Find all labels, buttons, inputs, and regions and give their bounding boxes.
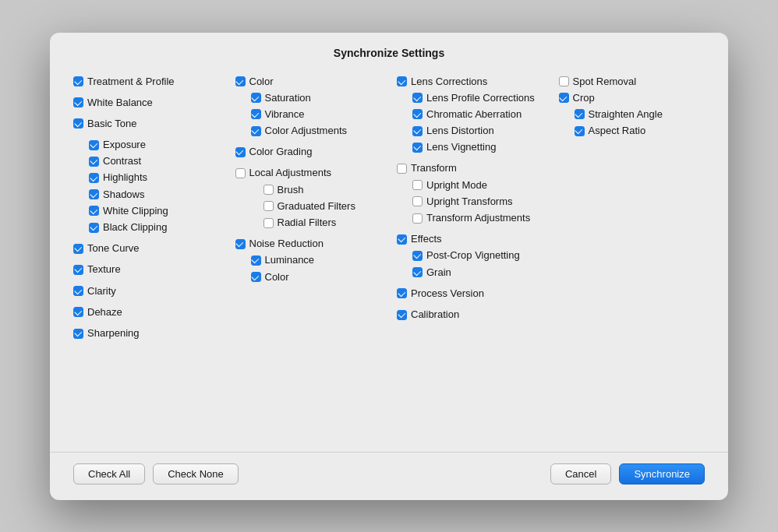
checkbox-texture[interactable] bbox=[73, 265, 83, 275]
check-row-brush[interactable]: Brush bbox=[235, 183, 382, 197]
check-row-saturation[interactable]: Saturation bbox=[235, 91, 382, 105]
checkbox-saturation[interactable] bbox=[251, 93, 261, 103]
checkbox-process-version[interactable] bbox=[397, 288, 407, 298]
col3: Lens CorrectionsLens Profile Corrections… bbox=[389, 75, 551, 436]
check-row-color-nr[interactable]: Color bbox=[235, 270, 382, 284]
checkbox-noise-reduction[interactable] bbox=[235, 239, 246, 249]
checkbox-contrast[interactable] bbox=[89, 157, 99, 167]
check-row-lens-vignetting[interactable]: Lens Vignetting bbox=[397, 140, 543, 154]
check-row-color-adjustments[interactable]: Color Adjustments bbox=[235, 124, 382, 138]
check-row-treatment-profile[interactable]: Treatment & Profile bbox=[73, 75, 220, 89]
checkbox-white-clipping[interactable] bbox=[89, 206, 99, 216]
checkbox-upright-transforms[interactable] bbox=[412, 196, 423, 206]
checkbox-effects[interactable] bbox=[397, 234, 407, 245]
checkbox-color-grading[interactable] bbox=[235, 147, 246, 157]
check-row-crop[interactable]: Crop bbox=[559, 91, 706, 105]
checkbox-clarity[interactable] bbox=[73, 286, 83, 296]
cancel-button[interactable]: Cancel bbox=[550, 463, 611, 484]
check-row-grain[interactable]: Grain bbox=[397, 266, 543, 280]
check-row-transform[interactable]: Transform bbox=[397, 161, 543, 175]
check-row-texture[interactable]: Texture bbox=[73, 262, 220, 277]
check-row-basic-tone[interactable]: Basic Tone bbox=[73, 117, 220, 131]
check-none-button[interactable]: Check None bbox=[153, 463, 239, 484]
checkbox-vibrance[interactable] bbox=[251, 109, 261, 119]
check-row-upright-mode[interactable]: Upright Mode bbox=[397, 178, 543, 192]
checkbox-chromatic-aberration[interactable] bbox=[412, 109, 423, 119]
checkbox-brush[interactable] bbox=[263, 185, 274, 195]
check-row-process-version[interactable]: Process Version bbox=[397, 287, 543, 301]
checkbox-sharpening[interactable] bbox=[73, 329, 83, 339]
checkbox-highlights[interactable] bbox=[89, 173, 99, 183]
checkbox-black-clipping[interactable] bbox=[89, 223, 99, 233]
checkbox-exposure[interactable] bbox=[89, 140, 99, 150]
checkbox-treatment-profile[interactable] bbox=[73, 76, 83, 86]
check-row-noise-reduction[interactable]: Noise Reduction bbox=[235, 237, 382, 251]
col4: Spot RemovalCropStraighten AngleAspect R… bbox=[551, 75, 706, 436]
checkbox-dehaze[interactable] bbox=[73, 307, 83, 317]
checkbox-upright-mode[interactable] bbox=[412, 180, 423, 190]
check-row-clarity[interactable]: Clarity bbox=[73, 284, 220, 298]
check-row-highlights[interactable]: Highlights bbox=[73, 171, 220, 185]
check-row-white-clipping[interactable]: White Clipping bbox=[73, 204, 220, 218]
check-row-effects[interactable]: Effects bbox=[397, 232, 543, 246]
check-row-transform-adjustments[interactable]: Transform Adjustments bbox=[397, 211, 543, 225]
check-row-luminance[interactable]: Luminance bbox=[235, 253, 382, 267]
checkbox-lens-profile-corrections[interactable] bbox=[412, 93, 423, 103]
check-all-button[interactable]: Check All bbox=[73, 463, 145, 484]
check-row-chromatic-aberration[interactable]: Chromatic Aberration bbox=[397, 107, 543, 122]
check-row-black-clipping[interactable]: Black Clipping bbox=[73, 220, 220, 234]
checkbox-graduated-filters[interactable] bbox=[263, 201, 274, 211]
check-row-upright-transforms[interactable]: Upright Transforms bbox=[397, 195, 543, 209]
check-row-calibration[interactable]: Calibration bbox=[397, 308, 543, 322]
checkbox-lens-corrections[interactable] bbox=[397, 76, 407, 86]
check-row-sharpening[interactable]: Sharpening bbox=[73, 326, 220, 340]
checkbox-post-crop-vignetting[interactable] bbox=[412, 251, 423, 261]
checkbox-transform[interactable] bbox=[397, 164, 407, 174]
checkbox-luminance[interactable] bbox=[251, 255, 261, 266]
checkbox-white-balance[interactable] bbox=[73, 97, 83, 107]
check-row-vibrance[interactable]: Vibrance bbox=[235, 107, 382, 122]
check-row-lens-profile-corrections[interactable]: Lens Profile Corrections bbox=[397, 91, 543, 105]
synchronize-settings-dialog: Synchronize Settings Treatment & Profile… bbox=[50, 33, 728, 500]
checkbox-transform-adjustments[interactable] bbox=[412, 213, 423, 224]
checkbox-aspect-ratio[interactable] bbox=[575, 126, 585, 136]
checkbox-straighten-angle[interactable] bbox=[575, 109, 585, 119]
checkbox-lens-vignetting[interactable] bbox=[412, 143, 423, 153]
label-saturation: Saturation bbox=[265, 91, 311, 105]
check-row-shadows[interactable]: Shadows bbox=[73, 188, 220, 202]
checkbox-calibration[interactable] bbox=[397, 310, 407, 320]
check-row-exposure[interactable]: Exposure bbox=[73, 138, 220, 152]
synchronize-button[interactable]: Synchronize bbox=[619, 463, 705, 484]
checkbox-local-adjustments[interactable] bbox=[235, 168, 246, 178]
check-row-white-balance[interactable]: White Balance bbox=[73, 96, 220, 110]
checkbox-grain[interactable] bbox=[412, 267, 423, 277]
check-row-post-crop-vignetting[interactable]: Post-Crop Vignetting bbox=[397, 248, 543, 262]
check-row-graduated-filters[interactable]: Graduated Filters bbox=[235, 199, 382, 213]
check-row-radial-filters[interactable]: Radial Filters bbox=[235, 216, 382, 230]
check-row-spot-removal[interactable]: Spot Removal bbox=[559, 75, 706, 89]
footer-right: Cancel Synchronize bbox=[550, 463, 705, 484]
check-row-lens-corrections[interactable]: Lens Corrections bbox=[397, 75, 543, 89]
checkbox-crop[interactable] bbox=[559, 93, 569, 103]
check-row-local-adjustments[interactable]: Local Adjustments bbox=[235, 166, 382, 180]
check-row-color-grading[interactable]: Color Grading bbox=[235, 145, 382, 159]
label-spot-removal: Spot Removal bbox=[573, 75, 637, 89]
label-color-grading: Color Grading bbox=[249, 145, 313, 159]
checkbox-color-nr[interactable] bbox=[251, 272, 261, 282]
check-row-tone-curve[interactable]: Tone Curve bbox=[73, 241, 220, 255]
checkbox-color[interactable] bbox=[235, 76, 246, 86]
checkbox-spot-removal[interactable] bbox=[559, 76, 569, 86]
checkbox-radial-filters[interactable] bbox=[263, 218, 274, 228]
check-row-lens-distortion[interactable]: Lens Distortion bbox=[397, 124, 543, 138]
checkbox-lens-distortion[interactable] bbox=[412, 126, 423, 136]
checkbox-tone-curve[interactable] bbox=[73, 244, 83, 254]
check-row-straighten-angle[interactable]: Straighten Angle bbox=[559, 107, 706, 122]
checkbox-shadows[interactable] bbox=[89, 189, 99, 199]
checkbox-basic-tone[interactable] bbox=[73, 118, 83, 129]
check-row-color[interactable]: Color bbox=[235, 75, 382, 89]
label-treatment-profile: Treatment & Profile bbox=[87, 75, 175, 89]
check-row-contrast[interactable]: Contrast bbox=[73, 154, 220, 168]
checkbox-color-adjustments[interactable] bbox=[251, 126, 261, 136]
check-row-dehaze[interactable]: Dehaze bbox=[73, 305, 220, 319]
check-row-aspect-ratio[interactable]: Aspect Ratio bbox=[559, 124, 706, 138]
